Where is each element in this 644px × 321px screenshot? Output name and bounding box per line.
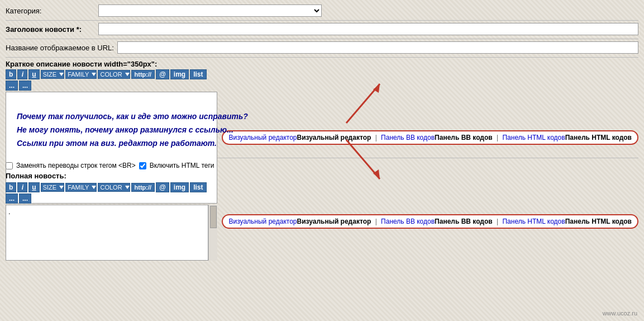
underline-button[interactable]: u [28, 69, 39, 79]
list-button-2[interactable]: list [190, 182, 206, 192]
full-news-label: Полная новость: [6, 172, 66, 180]
visual-editor-link-2[interactable]: Визуальный редактор [228, 218, 297, 225]
scrollbar-thumb [210, 206, 217, 228]
full-news-textarea-wrap: . [6, 205, 217, 261]
headline-input[interactable] [98, 23, 638, 35]
full-news-textarea[interactable]: . [6, 205, 208, 261]
italic-button-2[interactable]: i [17, 182, 27, 192]
family-arrow-icon [92, 73, 96, 76]
short-desc-label: Краткое описание новости width="350px": [6, 60, 157, 68]
underline-button-2[interactable]: u [28, 182, 39, 192]
img-button-2[interactable]: img [170, 182, 189, 192]
bb-codes-bold-2: Панель BB кодов [435, 218, 493, 225]
bold-button-2[interactable]: b [6, 182, 16, 192]
at-button[interactable]: @ [156, 69, 169, 79]
scrollbar[interactable] [208, 205, 217, 261]
family-dropdown[interactable]: FAMILY [65, 70, 97, 79]
color-dropdown[interactable]: COLOR [98, 70, 130, 79]
include-html-label: Включить HTML теги [150, 162, 214, 169]
include-html-checkbox[interactable] [139, 162, 146, 169]
img-button[interactable]: img [170, 69, 189, 79]
html-codes-link-2[interactable]: Панель HTML кодов [502, 218, 565, 225]
visual-editor-bold-1: Визуальный редактор [297, 134, 371, 141]
size-arrow-icon [59, 73, 64, 76]
watermark: www.ucoz.ru [603, 310, 637, 317]
full-news-section: b i u SIZE FAMILY COLOR http:// @ img [6, 182, 638, 261]
bb-codes-link-1[interactable]: Панель BB кодов [381, 134, 435, 141]
color-arrow-icon [125, 73, 130, 76]
divider-1 [6, 20, 638, 21]
full-news-editor-tabs: Визуальный редакторВизуальный редактор |… [222, 214, 638, 229]
color-label-2: COLOR [98, 183, 123, 191]
family-dropdown-2[interactable]: FAMILY [65, 183, 97, 192]
html-codes-bold-1: Панель HTML кодов [565, 134, 632, 141]
family-arrow-icon-2 [92, 186, 96, 189]
replace-br-label: Заменять переводы строк тегом <BR> [16, 162, 136, 169]
more2-button-2[interactable]: ... [19, 193, 31, 204]
category-row: Категория: [6, 4, 638, 17]
size-dropdown-2[interactable]: SIZE [41, 183, 64, 192]
url-row: Название отображаемое в URL: [6, 41, 638, 54]
separator-3: | [375, 218, 379, 225]
headline-label: Заголовок новости *: [6, 25, 95, 34]
full-news-toolbar: b i u SIZE FAMILY COLOR http:// @ img [6, 182, 217, 204]
short-desc-toolbar: b i u SIZE FAMILY COLOR http:// @ img [6, 69, 217, 91]
bb-codes-link-2[interactable]: Панель BB кодов [381, 218, 435, 225]
size-label: SIZE [41, 70, 58, 78]
size-label-2: SIZE [41, 183, 58, 191]
visual-editor-bold-2: Визуальный редактор [297, 218, 371, 225]
short-desc-editor-tabs: Визуальный редакторВизуальный редактор |… [222, 130, 638, 145]
more1-button[interactable]: ... [6, 81, 18, 91]
separator-4: | [497, 218, 500, 225]
url-input[interactable] [117, 41, 638, 54]
more2-button[interactable]: ... [19, 81, 31, 91]
divider-3 [6, 57, 638, 58]
http-button-2[interactable]: http:// [131, 183, 155, 192]
color-dropdown-2[interactable]: COLOR [98, 183, 130, 192]
color-arrow-icon-2 [125, 186, 130, 189]
html-codes-link-1[interactable]: Панель HTML кодов [502, 134, 565, 141]
http-button[interactable]: http:// [131, 70, 155, 79]
replace-br-checkbox[interactable] [6, 162, 13, 169]
bb-codes-bold-1: Панель BB кодов [435, 134, 493, 141]
headline-row: Заголовок новости *: [6, 23, 638, 35]
visual-editor-link-1[interactable]: Визуальный редактор [228, 134, 297, 141]
family-label-2: FAMILY [66, 183, 90, 191]
family-label: FAMILY [66, 70, 90, 78]
more1-button-2[interactable]: ... [6, 193, 18, 204]
full-news-editor-panel: b i u SIZE FAMILY COLOR http:// @ img [6, 182, 217, 261]
short-desc-row: Краткое описание новости width="350px": [6, 60, 638, 68]
at-button-2[interactable]: @ [156, 182, 169, 192]
category-select[interactable] [98, 4, 322, 17]
color-label: COLOR [98, 70, 123, 78]
url-label: Название отображаемое в URL: [6, 44, 114, 52]
checkbox-row: Заменять переводы строк тегом <BR> Включ… [6, 162, 638, 169]
size-dropdown[interactable]: SIZE [41, 70, 64, 79]
italic-button[interactable]: i [17, 69, 27, 79]
separator-2: | [497, 134, 500, 141]
html-codes-bold-2: Панель HTML кодов [565, 218, 632, 225]
divider-2 [6, 39, 638, 39]
category-label: Категория: [6, 7, 95, 15]
list-button[interactable]: list [190, 69, 206, 79]
size-arrow-icon-2 [59, 186, 64, 189]
separator-1: | [375, 134, 379, 141]
bold-button[interactable]: b [6, 69, 16, 79]
